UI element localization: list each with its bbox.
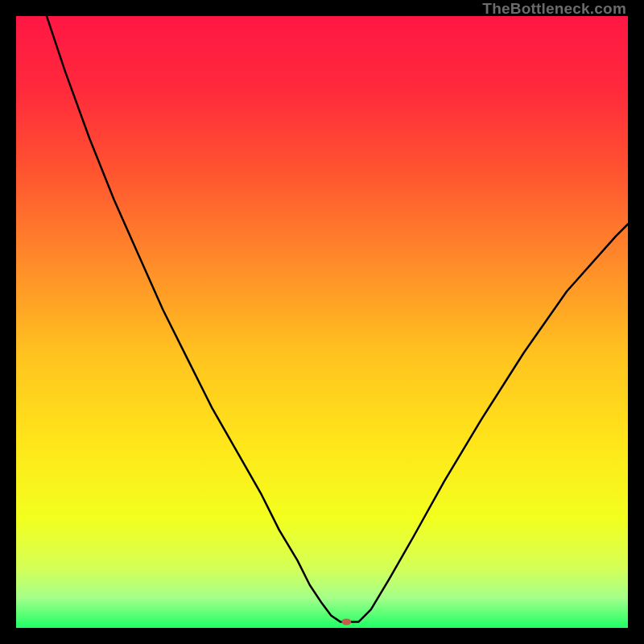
gradient-background <box>16 16 628 628</box>
plot-area <box>16 16 628 628</box>
chart-container: TheBottleneck.com <box>0 0 644 644</box>
current-point-marker <box>341 618 351 625</box>
chart-svg <box>16 16 628 628</box>
watermark-text: TheBottleneck.com <box>482 0 626 18</box>
